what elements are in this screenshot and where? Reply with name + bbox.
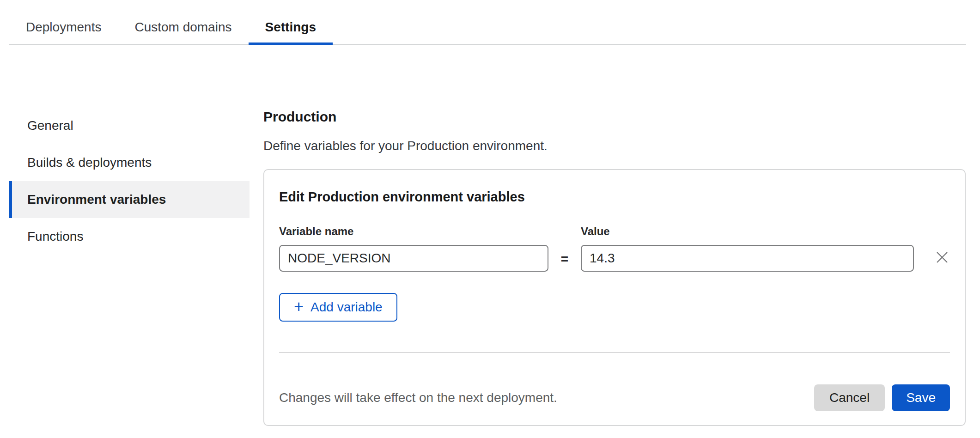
save-button[interactable]: Save — [892, 384, 950, 411]
sidebar-item-general[interactable]: General — [9, 107, 250, 144]
active-tab-underline — [249, 43, 333, 45]
settings-sidebar: General Builds & deployments Environment… — [9, 107, 250, 255]
variable-row: Variable name = Value — [279, 225, 950, 272]
sidebar-item-label: Environment variables — [27, 192, 166, 207]
add-variable-button[interactable]: + Add variable — [279, 293, 397, 322]
add-variable-label: Add variable — [310, 300, 383, 315]
settings-content: General Builds & deployments Environment… — [0, 107, 980, 426]
sidebar-item-builds-deployments[interactable]: Builds & deployments — [9, 144, 250, 181]
sidebar-item-label: Builds & deployments — [27, 155, 152, 170]
card-divider — [279, 352, 950, 353]
remove-variable-button[interactable] — [934, 249, 950, 265]
variable-name-label: Variable name — [279, 225, 548, 238]
tab-label: Deployments — [26, 20, 101, 35]
sidebar-item-functions[interactable]: Functions — [9, 218, 250, 255]
environment-variables-panel: Production Define variables for your Pro… — [263, 107, 966, 426]
section-subtitle: Define variables for your Production env… — [263, 139, 966, 153]
close-icon — [935, 250, 949, 264]
sidebar-item-label: General — [27, 118, 73, 133]
tab-custom-domains[interactable]: Custom domains — [118, 0, 248, 44]
footer-note: Changes will take effect on the next dep… — [279, 390, 557, 405]
equals-sign: = — [548, 253, 581, 266]
tab-label: Settings — [265, 20, 316, 35]
variable-value-input[interactable] — [581, 245, 914, 272]
tab-label: Custom domains — [134, 20, 231, 35]
variable-name-input[interactable] — [279, 245, 548, 272]
variable-name-group: Variable name — [279, 225, 548, 272]
cancel-button[interactable]: Cancel — [814, 384, 885, 411]
section-title: Production — [263, 109, 966, 125]
sidebar-item-environment-variables[interactable]: Environment variables — [9, 181, 250, 218]
variable-value-label: Value — [581, 225, 914, 238]
tab-settings[interactable]: Settings — [249, 0, 333, 44]
edit-variables-card: Edit Production environment variables Va… — [263, 169, 966, 426]
footer-actions: Cancel Save — [814, 384, 950, 411]
variable-value-group: Value — [581, 225, 914, 272]
tab-bar: Deployments Custom domains Settings — [9, 0, 966, 45]
sidebar-item-label: Functions — [27, 229, 83, 244]
card-title: Edit Production environment variables — [279, 189, 950, 205]
card-footer: Changes will take effect on the next dep… — [279, 384, 950, 411]
plus-icon: + — [294, 298, 304, 315]
tab-deployments[interactable]: Deployments — [9, 0, 118, 44]
